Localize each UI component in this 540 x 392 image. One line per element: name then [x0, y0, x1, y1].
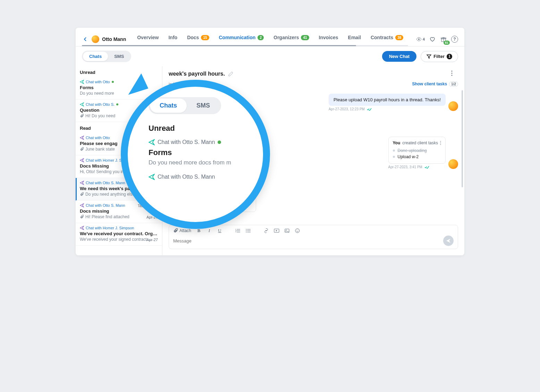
client-name: Otto Mann: [102, 36, 126, 42]
online-dot: [218, 140, 221, 144]
bullet-list-icon[interactable]: [245, 228, 251, 233]
header-actions: 4 81 ?: [416, 36, 458, 43]
task-time: Apr-27-2023, 3:41 PM: [388, 165, 422, 169]
tab-contracts[interactable]: Contracts38: [366, 32, 407, 46]
back-button[interactable]: [82, 36, 89, 43]
svg-point-17: [298, 230, 298, 230]
client-avatar[interactable]: [92, 35, 99, 43]
attach-button[interactable]: Attach: [173, 228, 191, 233]
task-item[interactable]: Upload w-2: [393, 154, 441, 160]
task-item[interactable]: Done uploading: [393, 147, 441, 154]
send-button[interactable]: [443, 236, 454, 246]
section-unread: Unread: [76, 66, 162, 77]
message-input[interactable]: [173, 237, 443, 245]
send-icon: [80, 136, 84, 140]
svg-point-11: [246, 232, 247, 232]
chat-from: Chat with Otto: [86, 136, 110, 140]
filter-label: Filter: [433, 54, 445, 59]
read-receipt-icon: [424, 166, 429, 169]
tab-info[interactable]: Info: [164, 32, 182, 46]
online-dot: [116, 103, 118, 105]
tab-invoices[interactable]: Invoices: [315, 32, 343, 46]
online-dot: [112, 81, 114, 83]
task-dot: [393, 150, 395, 152]
conversation-menu-icon[interactable]: [451, 70, 458, 77]
message-text: Please upload W10 payroll hours in a thr…: [329, 94, 446, 106]
svg-point-5: [452, 75, 453, 76]
svg-point-0: [418, 39, 420, 40]
task-menu-icon[interactable]: [440, 141, 441, 145]
gift-count-badge: 81: [444, 41, 450, 45]
chat-from: Chat with Otto S.: [86, 102, 115, 106]
emoji-icon[interactable]: [295, 228, 300, 233]
views-count: 4: [423, 37, 425, 41]
favorite-icon[interactable]: [429, 36, 436, 43]
image-icon[interactable]: [284, 228, 290, 233]
link-icon[interactable]: [263, 228, 269, 233]
svg-point-3: [452, 71, 453, 72]
chat-from: Chat with Homer J. Si: [86, 158, 123, 162]
nav-tabs: OverviewInfoDocs15Communication2Organize…: [133, 32, 412, 46]
video-icon[interactable]: [274, 228, 279, 233]
send-icon: [80, 80, 84, 84]
ordered-list-icon[interactable]: [235, 228, 241, 233]
chats-pill[interactable]: Chats: [83, 52, 108, 61]
svg-point-6: [440, 141, 441, 142]
message-time: Apr-27-2023, 12:23 PM: [329, 107, 365, 111]
task-actor: You: [393, 140, 400, 145]
chat-preview: Do you need more: [80, 91, 158, 96]
chat-title: We've received your contract. Organizer …: [80, 231, 158, 236]
tab-organizers[interactable]: Organizers41: [269, 32, 313, 46]
task-action: created client tasks: [402, 140, 438, 145]
edit-title-icon[interactable]: [228, 71, 233, 76]
sms-pill[interactable]: SMS: [108, 52, 130, 61]
send-icon: [80, 181, 84, 185]
magnifier-title: Forms: [149, 148, 260, 157]
subtab-pills: Chats SMS: [82, 51, 131, 62]
magnifier-sms-pill: SMS: [187, 99, 220, 113]
magnifier-preview: Do you need more docs from m: [149, 159, 260, 166]
filter-count: 1: [447, 54, 452, 59]
app-frame: Otto Mann OverviewInfoDocs15Communicatio…: [76, 28, 464, 255]
svg-point-16: [296, 230, 297, 230]
tab-notes[interactable]: Notes: [409, 32, 412, 46]
read-receipt-icon: [367, 108, 372, 111]
attachment-icon: [80, 114, 84, 118]
tab-scroll-indicator: [82, 45, 408, 46]
tab-badge: 38: [395, 35, 403, 40]
chat-from: Chat with Otto S. Mann: [86, 181, 125, 185]
conversation-title: week's payroll hours.: [169, 71, 225, 77]
svg-point-8: [440, 144, 441, 145]
gift-icon[interactable]: 81: [440, 36, 447, 43]
send-icon: [80, 158, 84, 162]
attachment-icon: [80, 192, 84, 196]
views-icon[interactable]: 4: [416, 36, 425, 43]
underline-icon[interactable]: U: [217, 228, 222, 233]
toolbar: Chats SMS New Chat Filter 1: [76, 46, 464, 66]
italic-icon[interactable]: I: [206, 228, 212, 233]
attachment-icon: [80, 215, 84, 219]
tab-email[interactable]: Email: [344, 32, 365, 46]
conversation-header: week's payroll hours.: [162, 66, 464, 82]
filter-button[interactable]: Filter 1: [421, 51, 458, 62]
send-icon: [149, 174, 155, 180]
tab-communication[interactable]: Communication2: [215, 32, 268, 46]
show-client-tasks-link[interactable]: Show client tasks 1/2: [412, 82, 458, 87]
help-icon[interactable]: ?: [451, 36, 458, 43]
tab-docs[interactable]: Docs15: [183, 32, 213, 46]
chat-item[interactable]: Chat with Homer J. SimpsonWe've received…: [76, 223, 162, 246]
new-chat-button[interactable]: New Chat: [382, 51, 416, 62]
messages-scrollbar[interactable]: [462, 90, 463, 187]
send-icon: [80, 203, 84, 207]
tab-overview[interactable]: Overview: [133, 32, 163, 46]
svg-point-4: [452, 73, 453, 74]
send-icon: [149, 139, 155, 145]
magnifier-overlay: Chats SMS Unread Chat with Otto S. Mann …: [121, 80, 270, 229]
task-card: You created client tasks Done uploadingU…: [388, 137, 446, 164]
composer-toolbar: Attach B I U: [173, 228, 454, 233]
svg-point-14: [286, 230, 287, 230]
magnifier-chats-pill: Chats: [150, 99, 187, 113]
task-dot: [393, 156, 395, 158]
tab-badge: 2: [258, 35, 264, 40]
attachment-icon: [80, 147, 84, 151]
